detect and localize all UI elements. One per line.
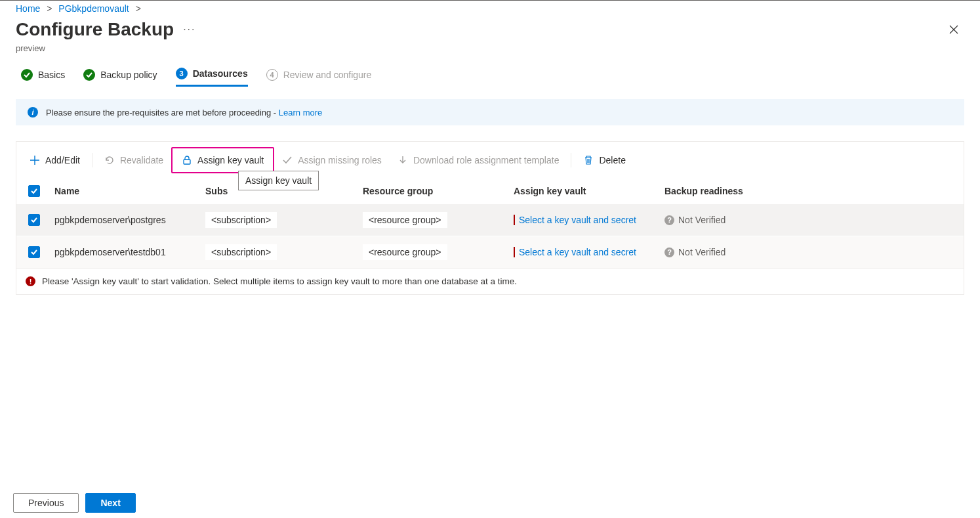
trash-icon [583,155,594,165]
info-bar: i Please ensure the pre-requisites are m… [16,99,964,125]
step-review-label: Review and configure [283,70,372,80]
row-checkbox[interactable] [28,246,40,258]
cell-subscription: <subscription> [205,212,277,228]
assign-missing-roles-button[interactable]: Assign missing roles [274,151,390,169]
validation-warning: ! Please 'Assign key vault' to start val… [16,268,964,294]
readiness-status: ? Not Verified [664,247,725,257]
readiness-status: ? Not Verified [664,215,725,225]
breadcrumb: Home > PGbkpdemovault > [0,1,980,14]
table-row[interactable]: pgbkpdemoserver\postgres <subscription> … [16,204,964,236]
download-template-button[interactable]: Download role assignment template [390,151,567,169]
step-datasources[interactable]: 3 Datasources [176,68,248,87]
assign-key-vault-highlight: Assign key vault [171,147,274,173]
select-all-checkbox[interactable] [28,185,40,197]
row-checkbox[interactable] [28,214,40,226]
cell-subscription: <subscription> [205,244,277,260]
cell-name: pgbkpdemoserver\postgres [49,215,200,225]
wizard-steps: Basics Backup policy 3 Datasources 4 Rev… [0,64,980,87]
chevron-right-icon: > [47,3,52,14]
table-header-row: Name Subs Resource group Assign key vaul… [16,179,964,204]
breadcrumb-home[interactable]: Home [16,3,40,14]
select-key-vault-link[interactable]: Select a key vault and secret [514,215,636,225]
close-icon [949,24,959,35]
learn-more-link[interactable]: Learn more [279,108,322,118]
step-datasources-label: Datasources [193,68,248,79]
datasources-table: Name Subs Resource group Assign key vaul… [16,179,964,295]
page-subtitle: preview [0,43,980,64]
tooltip: Assign key vault [238,171,319,190]
step-backup-policy-label: Backup policy [100,70,157,80]
check-icon [21,69,33,81]
revalidate-button[interactable]: Revalidate [96,151,171,169]
lock-icon [182,155,192,165]
cell-name: pgbkpdemoserver\testdb01 [49,247,200,257]
toolbar: Add/Edit Revalidate Assign key vault Ass… [16,141,964,179]
add-edit-button[interactable]: Add/Edit [22,151,88,169]
table-row[interactable]: pgbkpdemoserver\testdb01 <subscription> … [16,236,964,268]
step-number-icon: 4 [266,69,278,81]
col-resource-group: Resource group [357,186,508,196]
plus-icon [30,155,40,165]
step-review[interactable]: 4 Review and configure [266,68,372,87]
chevron-right-icon: > [136,3,141,14]
info-icon: i [28,107,38,118]
close-button[interactable] [943,19,964,43]
previous-button[interactable]: Previous [13,493,79,513]
col-assign-key-vault: Assign key vault [508,186,659,196]
col-backup-readiness: Backup readiness [659,186,964,196]
info-text: Please ensure the pre-requisites are met… [46,108,279,118]
error-icon: ! [26,276,35,286]
divider [92,153,92,167]
more-menu-button[interactable]: ··· [183,24,195,35]
page-title: Configure Backup [16,19,174,40]
step-basics[interactable]: Basics [21,68,65,87]
cell-resource-group: <resource group> [363,244,447,260]
check-icon [282,155,293,165]
question-icon: ? [664,215,674,225]
next-button[interactable]: Next [85,493,135,513]
step-backup-policy[interactable]: Backup policy [83,68,157,87]
footer-actions: Previous Next [13,493,136,513]
select-key-vault-link[interactable]: Select a key vault and secret [514,247,636,257]
divider [571,153,571,167]
assign-key-vault-button[interactable]: Assign key vault [174,151,272,169]
col-name: Name [49,186,200,196]
step-basics-label: Basics [38,70,65,80]
question-icon: ? [664,248,674,257]
refresh-icon [104,155,115,165]
check-icon [83,69,95,81]
step-number-icon: 3 [176,68,188,79]
breadcrumb-vault[interactable]: PGbkpdemovault [58,3,129,14]
delete-button[interactable]: Delete [575,151,633,169]
svg-rect-0 [184,160,190,164]
download-icon [398,155,408,165]
cell-resource-group: <resource group> [363,212,447,228]
